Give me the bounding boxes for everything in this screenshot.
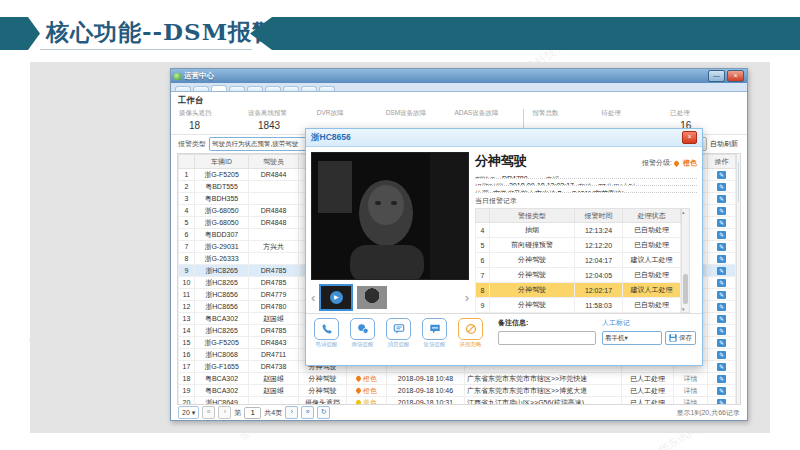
save-button[interactable]: 保存: [665, 331, 696, 345]
edit-icon[interactable]: [717, 195, 726, 203]
page-size-select[interactable]: 20: [178, 406, 199, 419]
edit-icon[interactable]: [717, 231, 726, 239]
process-status: 已自动处理: [623, 298, 681, 313]
tab[interactable]: [175, 86, 191, 91]
col-operation: 操作: [708, 155, 736, 169]
edit-icon[interactable]: [717, 183, 726, 191]
table-row[interactable]: 19 粤BCA302 赵国维 分神驾驶 橙色 2018-09-18 10:46 …: [179, 385, 736, 397]
refresh-button[interactable]: [317, 406, 330, 419]
scrollbar-thumb[interactable]: [738, 162, 739, 202]
page-number-input[interactable]: [244, 407, 261, 419]
scrollbar-thumb[interactable]: [683, 274, 688, 304]
save-icon: [669, 334, 677, 342]
prev-page-button[interactable]: [218, 406, 231, 419]
mini-table-scrollbar[interactable]: [681, 208, 690, 313]
presentation-slide: 金华东讯网络科技有限公司 金华东讯网络科技有限公司 金华东讯网络科技有限公司 金…: [0, 0, 800, 450]
edit-icon[interactable]: [717, 315, 726, 323]
tab[interactable]: [283, 86, 299, 91]
edit-icon[interactable]: [717, 399, 726, 406]
message-icon[interactable]: [386, 318, 411, 340]
edit-icon[interactable]: [717, 291, 726, 299]
reminder-action[interactable]: 误报忽略: [456, 318, 485, 348]
vehicle-id: 浙G-F5205: [195, 169, 249, 181]
edit-icon[interactable]: [717, 243, 726, 251]
carousel-prev-icon[interactable]: [311, 288, 315, 308]
reminder-action[interactable]: 微信提醒: [348, 318, 377, 348]
tab[interactable]: [193, 86, 209, 91]
next-page-button[interactable]: [285, 406, 298, 419]
edit-icon[interactable]: [717, 279, 726, 287]
stat-label: 待处理: [601, 109, 670, 118]
today-alarm-row[interactable]: 9 分神驾驶 11:58:03 已自动处理: [476, 298, 681, 313]
video-thumbnail[interactable]: [319, 284, 353, 311]
remark-input[interactable]: [498, 331, 596, 345]
driver-camera-frame: [311, 152, 469, 280]
ignore-icon[interactable]: [458, 318, 483, 340]
location-info-line: 位置 安徽省马鞍山市当涂县>>G4211(宁芜高速): [475, 186, 697, 193]
edit-icon[interactable]: [717, 267, 726, 275]
window-close-button[interactable]: ×: [727, 70, 744, 82]
minimize-button[interactable]: —: [708, 70, 725, 82]
edit-icon[interactable]: [717, 351, 726, 359]
close-icon[interactable]: [682, 131, 697, 144]
tab[interactable]: [247, 86, 263, 91]
stat-label: DSM设备故障: [386, 109, 455, 118]
mini-header-row: 警报类型 报警时间 处理状态: [476, 209, 681, 223]
tab[interactable]: [229, 86, 245, 91]
vehicle-id: 浙HC8265: [195, 325, 249, 337]
today-alarm-row[interactable]: 6 分神驾驶 12:04:17 建议人工处理: [476, 253, 681, 268]
tab[interactable]: [301, 86, 317, 91]
edit-icon[interactable]: [717, 207, 726, 215]
alarm-time: 2018-09-18 10:31: [387, 397, 465, 406]
reminder-action[interactable]: 短信提醒: [420, 318, 449, 348]
carousel-next-icon[interactable]: [465, 288, 469, 308]
table-scrollbar[interactable]: [736, 154, 740, 404]
today-records-label: 当日报警记录: [475, 193, 697, 208]
driver-id: [249, 253, 299, 265]
table-row[interactable]: 18 粤BCA302 赵国维 分神驾驶 橙色 2018-09-18 10:48 …: [179, 373, 736, 385]
edit-icon[interactable]: [717, 171, 726, 179]
vehicle-id: 浙G-68050: [195, 205, 249, 217]
detail-link[interactable]: 详情: [674, 373, 708, 385]
row-index: 7: [476, 268, 490, 283]
vehicle-id: 浙G-26333: [195, 253, 249, 265]
first-page-button[interactable]: [202, 406, 215, 419]
row-index: 10: [179, 277, 195, 289]
detail-link[interactable]: 详情: [674, 397, 708, 406]
today-alarm-row[interactable]: 8 分神驾驶 12:02:17 建议人工处理: [476, 283, 681, 298]
auto-refresh-label: 自动刷新: [710, 139, 738, 149]
edit-icon[interactable]: [717, 363, 726, 371]
edit-icon[interactable]: [717, 327, 726, 335]
edit-icon[interactable]: [717, 387, 726, 395]
tab[interactable]: [265, 86, 281, 91]
phone-icon[interactable]: [314, 318, 339, 340]
reminder-action[interactable]: 电话提醒: [312, 318, 341, 348]
row-index: 12: [179, 301, 195, 313]
today-alarm-row[interactable]: 4 抽烟 12:13:24 已自动处理: [476, 223, 681, 238]
edit-icon[interactable]: [717, 303, 726, 311]
edit-icon[interactable]: [717, 339, 726, 347]
tab[interactable]: [211, 85, 227, 91]
driver-id: DR4844: [249, 169, 299, 181]
driver-id: 赵国维: [249, 313, 299, 325]
driver-id: [249, 193, 299, 205]
tab[interactable]: [319, 86, 335, 91]
operation-cell: [708, 325, 736, 337]
play-icon[interactable]: [330, 291, 343, 304]
operation-cell: [708, 313, 736, 325]
today-alarm-row[interactable]: 7 分神驾驶 12:04:05 已自动处理: [476, 268, 681, 283]
detail-link[interactable]: 详情: [674, 385, 708, 397]
alarm-time: 11:58:03: [575, 298, 623, 313]
last-page-button[interactable]: [301, 406, 314, 419]
wechat-icon[interactable]: [350, 318, 375, 340]
edit-icon[interactable]: [717, 219, 726, 227]
photo-thumbnail[interactable]: [357, 286, 387, 309]
manual-mark-select[interactable]: 看手机: [602, 331, 662, 345]
grade-pin-icon: [673, 159, 680, 166]
edit-icon[interactable]: [717, 255, 726, 263]
sms-icon[interactable]: [422, 318, 447, 340]
edit-icon[interactable]: [717, 375, 726, 383]
today-alarm-row[interactable]: 5 前向碰撞预警 12:12:20 已自动处理: [476, 238, 681, 253]
reminder-action[interactable]: 消息提醒: [384, 318, 413, 348]
table-row[interactable]: 20 浙HC8649 摄像头遮挡 黄色 2018-09-18 10:31 江西省…: [179, 397, 736, 406]
